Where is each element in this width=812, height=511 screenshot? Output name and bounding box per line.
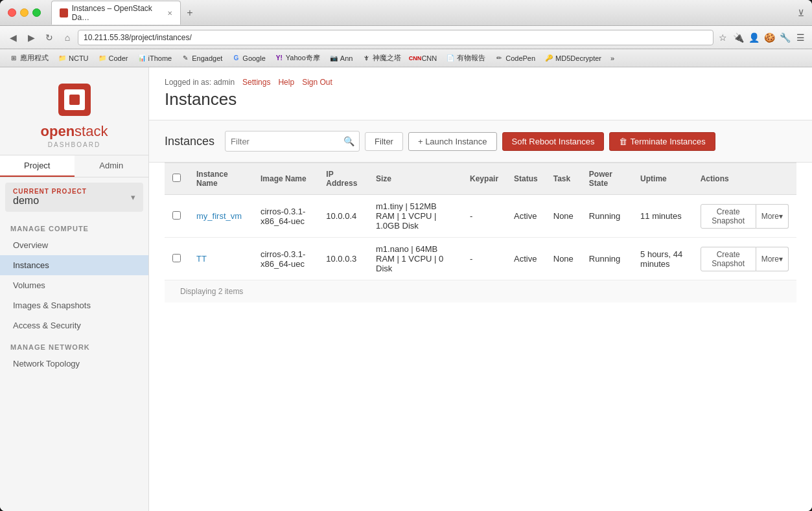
sidebar-item-volumes[interactable]: Volumes: [0, 275, 148, 295]
refresh-button[interactable]: ↻: [41, 30, 57, 45]
table-header-actions: Actions: [693, 163, 796, 195]
row2-action-group: Create Snapshot More ▾: [701, 247, 789, 271]
row2-power-state-cell: Running: [581, 238, 632, 280]
row2-checkbox[interactable]: [172, 254, 181, 262]
page-title: Instances: [165, 89, 332, 109]
logo-sub: DASHBOARD: [48, 141, 100, 148]
search-icon: 🔍: [343, 136, 354, 146]
sidebar-item-images-snapshots[interactable]: Images & Snapshots: [0, 295, 148, 315]
profile-icon[interactable]: 👤: [747, 31, 760, 44]
row1-image-name-cell: cirros-0.3.1-x86_64-uec: [253, 195, 318, 238]
bookmark-coder[interactable]: 📁 Coder: [94, 52, 132, 64]
tab-close-icon[interactable]: ✕: [167, 10, 172, 17]
logo-text: openstack: [41, 123, 108, 140]
md5-icon: 🔑: [544, 54, 553, 63]
row1-create-snapshot-button[interactable]: Create Snapshot: [701, 204, 756, 229]
cookie-icon[interactable]: 🍪: [763, 31, 776, 44]
bookmark-cnn[interactable]: CNN CNN: [406, 52, 441, 64]
row1-checkbox[interactable]: [172, 211, 181, 220]
page-header: Logged in as: admin Settings Help Sign O…: [149, 67, 812, 120]
filter-input[interactable]: [225, 131, 360, 152]
sign-out-link[interactable]: Sign Out: [302, 78, 332, 87]
row1-more-chevron-icon: ▾: [779, 212, 783, 221]
row1-uptime-cell: 11 minutes: [632, 195, 693, 238]
sidebar-tab-project[interactable]: Project: [0, 155, 75, 177]
table-header-uptime: Uptime: [632, 163, 693, 195]
terminate-icon: 🗑: [619, 137, 627, 146]
row2-checkbox-cell: [165, 238, 189, 280]
sidebar-item-network-topology[interactable]: Network Topology: [0, 354, 148, 374]
bookmark-md5[interactable]: 🔑 MD5Decrypter: [540, 52, 605, 64]
table-header-task: Task: [546, 163, 581, 195]
youwu-icon: 📄: [446, 54, 455, 63]
row1-instance-name-cell: my_first_vm: [189, 195, 253, 238]
sidebar-item-overview[interactable]: Overview: [0, 235, 148, 255]
bookmarks-more[interactable]: »: [607, 53, 618, 63]
extensions-icon[interactable]: 🔌: [732, 31, 745, 44]
help-link[interactable]: Help: [278, 78, 294, 87]
row2-more-button[interactable]: More ▾: [756, 247, 789, 271]
instances-toolbar: Instances 🔍 Filter + Launch Instance Sof…: [149, 120, 812, 163]
new-tab-button[interactable]: +: [181, 5, 199, 21]
maximize-button[interactable]: [32, 8, 41, 17]
minimize-button[interactable]: [20, 8, 29, 17]
bookmark-ann[interactable]: 📷 Ann: [325, 52, 357, 64]
bookmark-yahoo[interactable]: Y! Yahoo奇摩: [271, 52, 324, 64]
row1-instance-name-link[interactable]: my_first_vm: [196, 211, 242, 221]
instances-table: Instance Name Image Name IP Address Size…: [165, 163, 796, 280]
launch-instance-button[interactable]: + Launch Instance: [408, 132, 497, 151]
row2-task-cell: None: [546, 238, 581, 280]
bookmark-google[interactable]: G Google: [227, 52, 269, 64]
openstack-logo-icon: [55, 80, 94, 119]
codepen-icon: ✏: [494, 54, 504, 63]
tower-icon: 🗡: [362, 54, 371, 63]
apps-icon: ⊞: [9, 54, 18, 63]
coder-icon: 📁: [98, 54, 107, 63]
sidebar-item-access-security[interactable]: Access & Security: [0, 315, 148, 335]
logged-in-text: Logged in as: admin: [165, 78, 235, 87]
table-header-image-name: Image Name: [253, 163, 318, 195]
bookmark-apps[interactable]: ⊞ 應用程式: [5, 52, 52, 64]
tools-icon[interactable]: 🔧: [778, 31, 791, 44]
row1-ip-address-cell: 10.0.0.4: [318, 195, 368, 238]
instances-table-wrapper: Instance Name Image Name IP Address Size…: [149, 163, 812, 302]
current-project-selector[interactable]: CURRENT PROJECT demo ▾: [5, 183, 143, 212]
settings-link[interactable]: Settings: [242, 78, 270, 87]
row1-size-cell: m1.tiny | 512MB RAM | 1 VCPU | 1.0GB Dis…: [368, 195, 462, 238]
row2-instance-name-link[interactable]: TT: [196, 254, 207, 264]
row2-instance-name-cell: TT: [189, 238, 253, 280]
bookmark-tower[interactable]: 🗡 神魔之塔: [358, 52, 405, 64]
table-header-status: Status: [506, 163, 546, 195]
bookmark-ithome[interactable]: 📊 iThome: [133, 52, 176, 64]
forward-button[interactable]: ▶: [23, 30, 39, 45]
menu-icon[interactable]: ☰: [794, 31, 807, 44]
close-button[interactable]: [8, 8, 16, 17]
yahoo-icon: Y!: [275, 54, 284, 63]
row1-actions-cell: Create Snapshot More ▾: [693, 195, 796, 238]
row2-uptime-cell: 5 hours, 44 minutes: [632, 238, 693, 280]
row1-status-cell: Active: [506, 195, 546, 238]
table-header-checkbox: [165, 163, 189, 195]
sidebar-logo: openstack DASHBOARD: [0, 67, 148, 155]
table-header-instance-name: Instance Name: [189, 163, 253, 195]
browser-tab[interactable]: Instances – OpenStack Da… ✕: [51, 1, 181, 25]
row1-power-state-cell: Running: [581, 195, 632, 238]
bookmark-nctu[interactable]: 📁 NCTU: [54, 52, 93, 64]
sidebar-item-instances[interactable]: Instances: [0, 255, 148, 275]
row1-more-button[interactable]: More ▾: [756, 204, 789, 229]
sidebar-tab-admin[interactable]: Admin: [75, 155, 149, 177]
bookmark-codepen[interactable]: ✏ CodePen: [491, 52, 539, 64]
bookmark-star-icon[interactable]: ☆: [716, 31, 729, 44]
terminate-instances-button[interactable]: 🗑 Terminate Instances: [609, 132, 715, 151]
home-button[interactable]: ⌂: [60, 30, 75, 45]
address-bar[interactable]: 10.211.55.38/project/instances/: [78, 30, 713, 45]
select-all-checkbox[interactable]: [172, 174, 181, 182]
row2-create-snapshot-button[interactable]: Create Snapshot: [701, 247, 756, 271]
soft-reboot-button[interactable]: Soft Reboot Instances: [502, 132, 605, 151]
filter-button[interactable]: Filter: [365, 132, 403, 151]
displaying-text: Displaying 2 items: [165, 280, 796, 302]
bookmark-engadget[interactable]: ✎ Engadget: [177, 52, 226, 64]
ithome-icon: 📊: [137, 54, 146, 63]
back-button[interactable]: ◀: [5, 30, 21, 45]
bookmark-youwu[interactable]: 📄 有物報告: [442, 52, 489, 64]
